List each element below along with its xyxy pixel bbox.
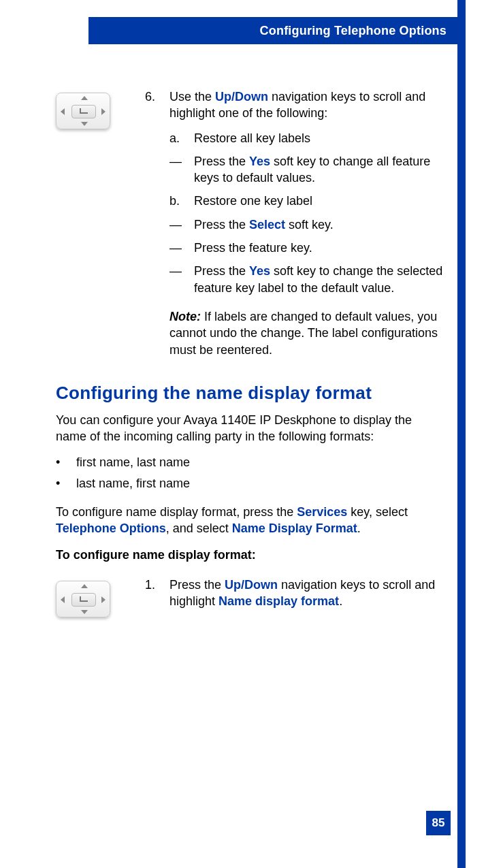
name-display-format-highlight: Name display format (218, 594, 339, 608)
bullet-1-text: first name, last name (76, 454, 190, 470)
nav-down-icon (81, 122, 88, 126)
step-6b-mark: b. (169, 193, 194, 209)
step-6b-sub2: — Press the feature key. (169, 240, 445, 256)
note-label: Note: (169, 310, 201, 323)
step-1: 1. Press the Up/Down navigation keys to … (145, 577, 445, 610)
page-header-title: Configuring Telephone Options (260, 24, 447, 38)
step-6-number: 6. (145, 89, 169, 122)
nav-enter-icon (71, 105, 96, 118)
step-1-row: 1. Press the Up/Down navigation keys to … (56, 577, 445, 618)
telephone-options-link: Telephone Options (56, 521, 166, 535)
format-list: • first name, last name • last name, fir… (56, 454, 445, 492)
step-1-number: 1. (145, 577, 169, 610)
select-link: Select (249, 218, 285, 231)
nav-right-icon (101, 108, 106, 115)
step-6b-sub1-text: Press the Select soft key. (194, 216, 334, 233)
name-display-format-link: Name Display Format (232, 521, 357, 535)
nav-up-icon (81, 96, 88, 100)
bullet-1: • first name, last name (56, 454, 445, 470)
step-6: 6. Use the Up/Down navigation keys to sc… (145, 89, 445, 122)
dash: — (169, 263, 194, 296)
document-page: Configuring Telephone Options 6. Use the… (0, 0, 486, 868)
dash: — (169, 153, 194, 187)
bullet-2-text: last name, first name (76, 475, 190, 492)
yes-link-2: Yes (249, 264, 270, 278)
nav-enter-icon (71, 593, 96, 607)
step-6a: a. Restore all key labels (169, 130, 445, 146)
bullet-2: • last name, first name (56, 475, 445, 492)
bullet-mark: • (56, 475, 76, 492)
nav-down-icon (81, 610, 88, 614)
services-link: Services (297, 505, 347, 519)
step-1-body: Press the Up/Down navigation keys to scr… (169, 577, 445, 610)
step-6a-text: Restore all key labels (194, 130, 310, 146)
step-6-text: 6. Use the Up/Down navigation keys to sc… (145, 89, 445, 358)
page-number: 85 (426, 811, 451, 835)
step-1-text: 1. Press the Up/Down navigation keys to … (145, 577, 445, 618)
nav-left-icon (61, 596, 65, 603)
dash: — (169, 216, 194, 233)
side-stripe (457, 0, 466, 868)
step-6b-sub3: — Press the Yes soft key to change the s… (169, 263, 445, 296)
dash: — (169, 240, 194, 256)
step-6b-sub1: — Press the Select soft key. (169, 216, 445, 233)
nav-right-icon (101, 596, 106, 603)
page-content: 6. Use the Up/Down navigation keys to sc… (56, 89, 445, 643)
section-p1: You can configure your Avaya 1140E IP De… (56, 412, 445, 445)
step-6b: b. Restore one key label (169, 193, 445, 209)
page-header: Configuring Telephone Options (88, 17, 466, 44)
navigation-key-icon (56, 93, 110, 129)
nav-key-column-2 (56, 577, 120, 618)
section-heading: Configuring the name display format (56, 383, 445, 404)
bullet-mark: • (56, 454, 76, 470)
step-6a-sub1: — Press the Yes soft key to change all f… (169, 153, 445, 187)
updown-link-2: Up/Down (225, 578, 278, 592)
navigation-key-icon (56, 581, 110, 617)
nav-left-icon (61, 108, 65, 115)
nav-key-column (56, 89, 120, 358)
updown-link: Up/Down (215, 90, 268, 103)
step-6a-sub1-text: Press the Yes soft key to change all fea… (194, 153, 445, 187)
section-subhead: To configure name display format: (56, 547, 445, 563)
step-6-row: 6. Use the Up/Down navigation keys to sc… (56, 89, 445, 358)
step-6b-sub3-text: Press the Yes soft key to change the sel… (194, 263, 445, 296)
yes-link: Yes (249, 155, 270, 168)
step-6b-text: Restore one key label (194, 193, 312, 209)
step-6b-sub2-text: Press the feature key. (194, 240, 312, 256)
section-p2: To configure name display format, press … (56, 504, 445, 537)
step-6-body: Use the Up/Down navigation keys to scrol… (169, 89, 445, 122)
step-6a-mark: a. (169, 130, 194, 146)
step-6-note: Note: If labels are changed to default v… (169, 308, 445, 358)
nav-up-icon (81, 584, 88, 588)
